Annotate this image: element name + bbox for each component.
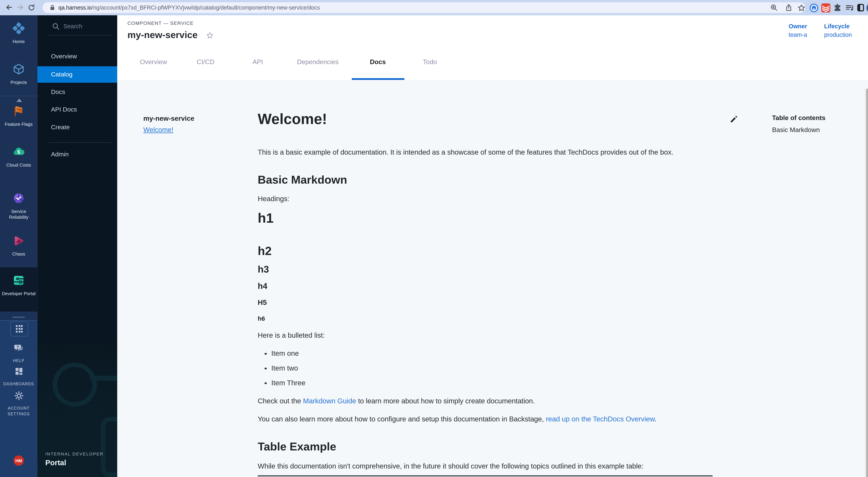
- list-item: Item Three: [258, 379, 306, 387]
- dashboards-icon: [0, 366, 37, 379]
- owner-value[interactable]: team-a: [789, 31, 807, 38]
- tab-overview[interactable]: Overview: [140, 58, 167, 65]
- sidebar-item-admin[interactable]: Admin: [37, 146, 117, 162]
- rail-item-developer-portal[interactable]: Developer Portal: [0, 274, 37, 297]
- rail-label: Service Reliability: [0, 209, 37, 220]
- bullet-icon: [265, 353, 267, 355]
- tab-cicd[interactable]: CI/CD: [197, 58, 214, 65]
- article-check-paragraph: Check out the Markdown Guide to learn mo…: [258, 397, 535, 405]
- idp-sidebar: Search Overview Catalog Docs API Docs Cr…: [37, 15, 117, 477]
- collapse-up-icon[interactable]: [17, 98, 22, 102]
- favorite-star-icon[interactable]: [206, 31, 214, 41]
- bookmark-star-icon[interactable]: [796, 3, 806, 12]
- zoom-in-icon[interactable]: [769, 3, 779, 12]
- article-section-table-example: Table Example: [258, 440, 336, 453]
- docs-nav-title: my-new-service: [143, 115, 194, 122]
- todo-extension-icon[interactable]: [821, 3, 830, 12]
- url-path: /ng/account/px7xd_BFRCi-pfWPYXVjvw/idp/c…: [92, 4, 320, 11]
- browser-profile-avatar[interactable]: [866, 2, 868, 13]
- rail-item-dashboards[interactable]: DASHBOARDS: [0, 366, 37, 387]
- rail-label: Projects: [0, 80, 37, 85]
- sidebar-toggle-extension-icon[interactable]: [856, 3, 865, 12]
- reload-icon[interactable]: [27, 3, 36, 12]
- rail-label: Chaos: [0, 251, 37, 257]
- tab-dependencies[interactable]: Dependencies: [297, 58, 339, 65]
- cube-icon: [0, 63, 37, 78]
- extensions-puzzle-icon[interactable]: [833, 3, 842, 12]
- demo-h2: h2: [258, 244, 272, 258]
- docs-nav-link-welcome[interactable]: Welcome!: [143, 126, 173, 134]
- entity-kicker: COMPONENT — SERVICE: [127, 20, 193, 26]
- article-intro: This is a basic example of documentation…: [258, 148, 673, 156]
- password-manager-extension-icon[interactable]: [809, 3, 818, 12]
- tab-api[interactable]: API: [252, 58, 263, 65]
- active-tab-underline: [352, 78, 404, 80]
- user-avatar[interactable]: HM: [13, 455, 24, 466]
- article-headings-label: Headings:: [258, 195, 289, 203]
- module-rail: Home Projects Feature Flags $ Cloud Cost…: [0, 15, 37, 477]
- demo-h3: h3: [258, 264, 269, 275]
- grid-icon: [16, 325, 23, 332]
- entity-header: COMPONENT — SERVICE my-new-service Owner…: [117, 15, 868, 80]
- url-text: qa.harness.io/ng/account/px7xd_BFRCi-pfW…: [58, 4, 320, 11]
- list-item: Item one: [258, 350, 299, 357]
- sidebar-item-catalog[interactable]: Catalog: [37, 66, 117, 83]
- bullet-icon: [265, 367, 267, 369]
- url-domain: qa.harness.io: [58, 4, 92, 11]
- search-input[interactable]: Search: [37, 20, 117, 32]
- rail-item-cloud-costs[interactable]: $ Cloud Costs: [0, 146, 37, 168]
- svg-text:$: $: [18, 149, 20, 155]
- docs-scrollbar-thumb[interactable]: [866, 88, 868, 477]
- lifecycle-label: Lifecycle: [824, 23, 852, 29]
- rail-section-dash: [12, 317, 25, 318]
- rail-label: Home: [0, 39, 37, 44]
- rail-item-feature-flags[interactable]: Feature Flags: [0, 105, 37, 127]
- help-chat-icon: ?: [0, 342, 37, 356]
- sidebar-item-create[interactable]: Create: [37, 119, 117, 136]
- forward-icon[interactable]: [16, 3, 25, 12]
- rail-label: Cloud Costs: [0, 162, 37, 168]
- techdocs-overview-link[interactable]: read up on the TechDocs Overview: [546, 415, 655, 423]
- demo-h4: h4: [258, 281, 267, 291]
- chaos-icon: [0, 235, 37, 249]
- address-bar[interactable]: qa.harness.io/ng/account/px7xd_BFRCi-pfW…: [42, 2, 806, 13]
- rail-label: DASHBOARDS: [0, 381, 37, 387]
- search-placeholder: Search: [63, 22, 82, 29]
- owner-label: Owner: [789, 23, 807, 29]
- page-title: my-new-service: [127, 30, 197, 40]
- markdown-guide-link[interactable]: Markdown Guide: [303, 397, 356, 405]
- toc-item-basic-markdown[interactable]: Basic Markdown: [772, 126, 820, 133]
- article-config-paragraph: You can also learn more about how to con…: [258, 415, 656, 423]
- rail-item-chaos[interactable]: Chaos: [0, 235, 37, 257]
- screen: qa.harness.io/ng/account/px7xd_BFRCi-pfW…: [0, 0, 868, 477]
- service-reliability-icon: [0, 192, 37, 207]
- playlist-extension-icon[interactable]: [844, 3, 854, 12]
- rail-label: HELP: [0, 358, 37, 363]
- article-section-basic-markdown: Basic Markdown: [258, 173, 347, 186]
- edit-pencil-icon[interactable]: [730, 115, 738, 123]
- tab-docs[interactable]: Docs: [370, 58, 386, 65]
- tab-todo[interactable]: Todo: [423, 58, 437, 65]
- rail-item-service-reliability[interactable]: Service Reliability: [0, 192, 37, 220]
- rail-item-help[interactable]: ? HELP: [0, 342, 37, 363]
- demo-h5: H5: [258, 299, 267, 306]
- rail-item-home[interactable]: Home: [0, 22, 37, 44]
- sidebar-item-overview[interactable]: Overview: [37, 48, 117, 65]
- article-h1: Welcome!: [258, 111, 327, 128]
- article-table-paragraph: While this documentation isn't comprehen…: [258, 462, 644, 470]
- demo-h6: h6: [258, 315, 265, 322]
- rail-item-projects[interactable]: Projects: [0, 63, 37, 85]
- sidebar-item-docs[interactable]: Docs: [37, 84, 117, 100]
- share-icon[interactable]: [784, 3, 794, 12]
- back-icon[interactable]: [4, 3, 13, 12]
- sidebar-divider: [49, 35, 112, 36]
- module-grid-button[interactable]: [10, 321, 28, 336]
- lifecycle-value: production: [824, 31, 852, 38]
- sidebar-item-api-docs[interactable]: API Docs: [37, 101, 117, 118]
- svg-text:?: ?: [17, 345, 19, 349]
- brand-line-2: Portal: [45, 458, 103, 467]
- feature-flags-icon: [0, 105, 37, 120]
- rail-item-account-settings[interactable]: ACCOUNT SETTINGS: [0, 390, 37, 416]
- toc-title: Table of contents: [772, 115, 826, 121]
- owner-fact: Owner team-a: [789, 23, 807, 38]
